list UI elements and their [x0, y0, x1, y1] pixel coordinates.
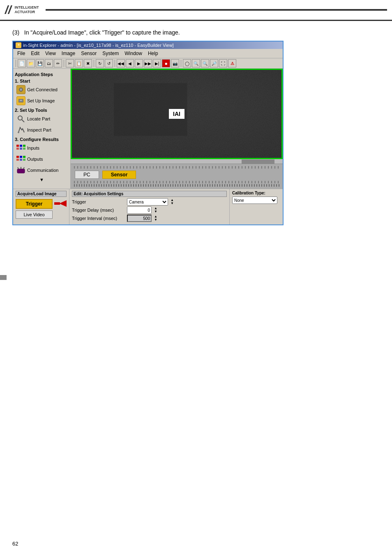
toolbar-redo-btn[interactable]: ↺	[105, 59, 113, 67]
header-line	[46, 9, 387, 11]
locate-part-button[interactable]: Locate Part	[15, 113, 69, 124]
svg-rect-12	[16, 156, 19, 158]
get-connected-label: Get Connected	[27, 87, 58, 92]
calibration-panel: Calibration Type: None	[229, 189, 283, 224]
svg-rect-10	[20, 148, 22, 150]
trigger-button[interactable]: Trigger	[16, 199, 53, 209]
logo-text: INTELLIGENT ACTUATOR	[15, 5, 39, 14]
live-video-button[interactable]: Live Video	[16, 210, 53, 219]
outputs-icon	[16, 155, 25, 164]
setup-image-label: Set Up Image	[27, 98, 55, 103]
trigger-delay-spinners[interactable]: ▲ ▼	[154, 207, 157, 213]
trigger-interval-label: Trigger Interval (msec)	[72, 216, 125, 221]
toolbar-separator-3	[94, 60, 94, 67]
sidebar-tab	[0, 275, 7, 280]
outputs-button[interactable]: Outputs	[15, 154, 69, 164]
inspect-part-button[interactable]: Inspect Part	[15, 125, 69, 135]
acquire-panel-title: Acquire/Load Image	[16, 191, 67, 197]
trigger-interval-spinners[interactable]: ▲ ▼	[154, 215, 157, 222]
toolbar-delete-btn[interactable]: ✖	[84, 59, 92, 67]
locate-part-icon	[16, 114, 25, 123]
svg-point-5	[18, 132, 19, 133]
scroll-arrows-1[interactable]: ▲ ▼	[171, 199, 174, 205]
page-header: // INTELLIGENT ACTUATOR	[0, 0, 392, 21]
logo-slash-icon: //	[5, 3, 12, 16]
trigger-source-select[interactable]: Camera	[127, 198, 168, 206]
inputs-label: Inputs	[27, 146, 39, 150]
svg-line-21	[23, 167, 24, 169]
trigger-source-row: Trigger Camera ▲ ▼	[72, 198, 227, 206]
section-1-header: 1. Start	[15, 79, 69, 83]
menu-file[interactable]: File	[15, 50, 28, 57]
toolbar-camera-btn[interactable]: 📷	[171, 59, 179, 67]
toolbar-open-btn[interactable]: 📁	[27, 59, 35, 67]
pc-button[interactable]: PC	[75, 171, 99, 179]
panel-title: Application Steps	[15, 72, 69, 77]
toolbar-prev-btn[interactable]: ◀	[126, 59, 134, 67]
application-window: ☀ in-Sight Explorer - admin - [is_ez10_1…	[12, 41, 284, 225]
toolbar-new-btn[interactable]: 📄	[18, 59, 26, 67]
toolbar-warn-btn[interactable]: ⚠	[228, 59, 236, 67]
toolbar-separator-5	[181, 60, 181, 67]
trigger-btn-row: Trigger	[16, 198, 67, 210]
trigger-arrow-indicator	[54, 200, 67, 208]
toolbar-save-btn[interactable]: 💾	[36, 59, 44, 67]
camera-view: IAI	[71, 69, 283, 159]
toolbar-zoom3-btn[interactable]: 🔎	[210, 59, 218, 67]
toolbar-zoom1-btn[interactable]: 🔍	[192, 59, 200, 67]
toolbar-circle-btn[interactable]: ◯	[183, 59, 191, 67]
svg-rect-11	[23, 148, 25, 150]
inspect-part-icon	[16, 125, 25, 134]
menu-help[interactable]: Help	[145, 50, 161, 57]
locate-part-label: Locate Part	[27, 116, 50, 121]
toolbar-ff-btn[interactable]: ▶▶	[144, 59, 152, 67]
page-number: 62	[12, 541, 18, 547]
setup-image-button[interactable]: Set Up Image	[15, 95, 69, 106]
menu-system[interactable]: System	[100, 50, 121, 57]
toolbar-start-btn[interactable]: ◀◀	[117, 59, 125, 67]
menu-view[interactable]: View	[43, 50, 58, 57]
dotted-pattern-bottom	[74, 181, 279, 183]
svg-rect-8	[23, 145, 25, 147]
inputs-button[interactable]: Inputs	[15, 143, 69, 153]
trigger-interval-input[interactable]	[127, 215, 152, 222]
title-bar: ☀ in-Sight Explorer - admin - [is_ez10_1…	[13, 42, 283, 49]
right-panel: IAI PC Sensor	[71, 69, 283, 189]
svg-rect-18	[17, 169, 25, 173]
menu-window[interactable]: Window	[122, 50, 145, 57]
get-connected-button[interactable]: Get Connected	[15, 84, 69, 95]
logo: // INTELLIGENT ACTUATOR	[5, 3, 39, 16]
outputs-label: Outputs	[27, 157, 43, 162]
toolbar-separator-1	[16, 60, 16, 67]
toolbar-end-btn[interactable]: ▶|	[153, 59, 161, 67]
toolbar-zoom2-btn[interactable]: 🔍	[201, 59, 209, 67]
trigger-delay-label: Trigger Delay (msec)	[72, 208, 125, 213]
svg-rect-14	[23, 156, 25, 158]
toolbar-play-btn[interactable]: ▶	[135, 59, 143, 67]
trigger-source-label: Trigger	[72, 199, 125, 204]
menu-image[interactable]: Image	[59, 50, 78, 57]
svg-rect-7	[20, 145, 22, 147]
scroll-thumb-h[interactable]	[242, 160, 274, 164]
toolbar-cut-btn[interactable]: ✄	[66, 59, 74, 67]
menu-sensor[interactable]: Sensor	[78, 50, 99, 57]
toolbar-stop-btn[interactable]: ■	[162, 59, 170, 67]
toolbar-fit-btn[interactable]: ⛶	[219, 59, 227, 67]
svg-point-1	[20, 89, 22, 91]
trigger-delay-input[interactable]	[127, 206, 152, 214]
communication-button[interactable]: Communication	[15, 165, 69, 176]
svg-rect-25	[54, 202, 60, 205]
more-indicator: ▼	[15, 177, 69, 182]
menu-edit[interactable]: Edit	[28, 50, 42, 57]
toolbar-undo-btn[interactable]: ↻	[96, 59, 104, 67]
svg-rect-15	[16, 159, 19, 161]
calibration-type-label: Calibration Type:	[232, 191, 280, 195]
toolbar-btn-4[interactable]: 🗂	[45, 59, 53, 67]
horizontal-scrollbar[interactable]	[71, 159, 283, 164]
calibration-type-select[interactable]: None	[232, 197, 277, 204]
svg-rect-16	[20, 159, 22, 161]
sensor-button[interactable]: Sensor	[102, 171, 136, 179]
toolbar-copy-btn[interactable]: 📋	[75, 59, 83, 67]
svg-rect-13	[20, 156, 22, 158]
toolbar-btn-5[interactable]: ✏	[54, 59, 62, 67]
